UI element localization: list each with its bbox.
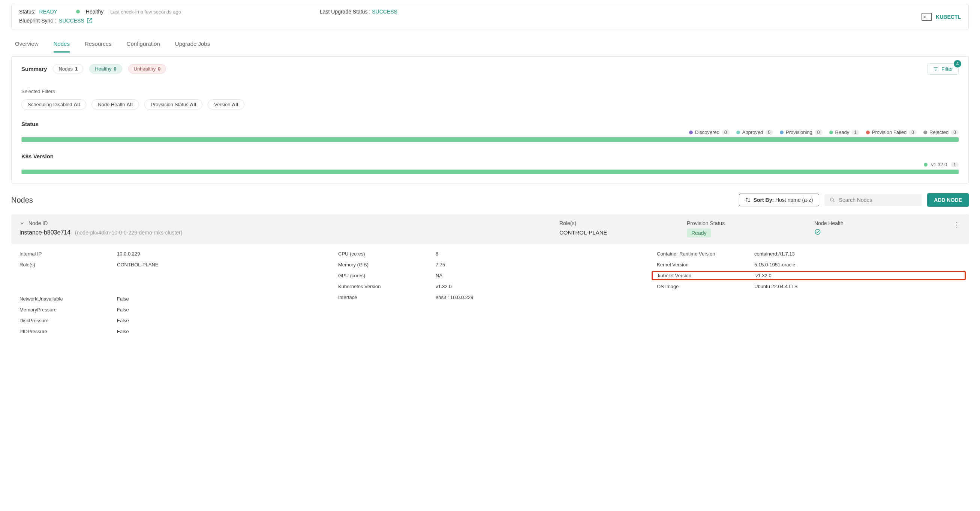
filter-count-badge: 4 — [954, 60, 961, 67]
legend-label: Provisioning — [786, 129, 812, 135]
chip-value: All — [190, 102, 196, 107]
legend-count: 0 — [909, 130, 916, 135]
kv-value: False — [117, 307, 129, 313]
search-nodes-input[interactable] — [839, 197, 917, 203]
legend-count: 0 — [815, 130, 822, 135]
last-upgrade-label: Last Upgrade Status : — [320, 9, 371, 14]
svg-point-0 — [830, 198, 834, 201]
kv-value: False — [117, 329, 129, 334]
chip-node-health[interactable]: Node HealthAll — [91, 99, 139, 110]
kv-value: 5.15.0-1051-oracle — [754, 262, 795, 268]
search-nodes-wrap[interactable] — [824, 194, 922, 206]
search-icon — [830, 197, 835, 203]
node-body: Internal IP10.0.0.229 Role(s)CONTROL-PLA… — [11, 244, 969, 337]
svg-point-1 — [815, 229, 820, 235]
chip-value: All — [126, 102, 133, 107]
kv-key: kubelet Version — [658, 273, 756, 278]
tab-overview[interactable]: Overview — [15, 40, 39, 53]
filter-button[interactable]: Filter 4 — [928, 64, 959, 75]
node-health-label: Node Health — [814, 220, 942, 226]
chip-label: Provsision Status — [151, 102, 188, 107]
summary-nodes-count: 1 — [75, 66, 78, 72]
kubectl-button[interactable]: >_ KUBECTL — [921, 13, 961, 21]
legend-count: 0 — [765, 130, 773, 135]
kv-key: Internal IP — [19, 251, 117, 257]
nodes-header: Nodes Sort By: Host name (a-z) ADD NODE — [11, 193, 969, 207]
chip-label: Version — [214, 102, 230, 107]
sort-icon — [745, 197, 751, 203]
dot-icon — [923, 131, 927, 134]
tab-upgrade-jobs[interactable]: Upgrade Jobs — [175, 40, 210, 53]
filter-chips-row: Scheduling DisabledAll Node HealthAll Pr… — [21, 99, 959, 110]
legend-count: 0 — [951, 130, 959, 135]
legend-label: Provision Failed — [872, 129, 907, 135]
roles-value: CONTROL-PLANE — [559, 229, 687, 236]
chip-label: Scheduling Disabled — [28, 102, 72, 107]
tab-configuration[interactable]: Configuration — [127, 40, 160, 53]
node-name: instance-b803e714 — [19, 229, 70, 236]
summary-unhealthy-pill[interactable]: Unhealthy 0 — [128, 64, 167, 73]
tab-nodes[interactable]: Nodes — [54, 40, 70, 53]
kv-key: MemoryPressure — [19, 307, 117, 313]
terminal-icon: >_ — [921, 13, 932, 21]
kv-key: DiskPressure — [19, 318, 117, 323]
kv-value: v1.32.0 — [436, 284, 452, 289]
legend-label: Rejected — [929, 129, 948, 135]
kv-value: 7.75 — [436, 262, 445, 268]
chevron-down-icon[interactable] — [19, 220, 25, 226]
sort-value: Host name (a-z) — [775, 197, 813, 203]
kv-value: v1.32.0 — [756, 273, 772, 278]
chip-version[interactable]: VersionAll — [208, 99, 245, 110]
status-value: READY — [39, 9, 57, 14]
last-upgrade-value: SUCCESS — [372, 9, 398, 14]
kv-key: Kernel Version — [657, 262, 754, 268]
external-link-icon[interactable] — [87, 18, 92, 24]
dot-icon — [829, 131, 833, 134]
sort-by-button[interactable]: Sort By: Host name (a-z) — [739, 193, 819, 206]
summary-unhealthy-label: Unhealthy — [134, 66, 156, 72]
kv-key: Container Runtime Version — [657, 251, 754, 257]
selected-filters-title: Selected Filters — [21, 89, 959, 94]
kv-value: Ubuntu 22.04.4 LTS — [754, 284, 797, 289]
header-card: Status: READY Healthy Last check-in a fe… — [11, 4, 969, 30]
node-subname: (node-pkv40kn-10-0-0-229-demo-mks-cluste… — [75, 230, 182, 236]
status-legend: Discovered0 Approved0 Provisioning0 Read… — [21, 129, 959, 135]
summary-nodes-pill[interactable]: Nodes 1 — [53, 64, 83, 73]
health-text: Healthy — [86, 9, 103, 14]
legend-count: 0 — [722, 130, 730, 135]
kv-key: Memory (GiB) — [338, 262, 436, 268]
kv-key: CPU (cores) — [338, 251, 436, 257]
blueprint-sync-label: Blueprint Sync : — [19, 18, 56, 24]
more-menu-icon[interactable]: ⋮ — [942, 220, 961, 229]
status-section-title: Status — [21, 121, 959, 127]
dot-icon — [924, 163, 928, 166]
kv-key: NetworkUnavailable — [19, 296, 117, 302]
legend-count: 1 — [951, 162, 959, 167]
status-label: Status: — [19, 9, 36, 14]
health-check-icon — [814, 228, 942, 235]
tab-resources[interactable]: Resources — [85, 40, 112, 53]
health-dot-icon — [76, 10, 80, 13]
k8s-legend: v1.32.0 1 — [21, 162, 959, 167]
kv-value: 10.0.0.229 — [117, 251, 140, 257]
dot-icon — [736, 131, 740, 134]
chip-scheduling-disabled[interactable]: Scheduling DisabledAll — [21, 99, 86, 110]
legend-label: v1.32.0 — [931, 162, 947, 167]
summary-title: Summary — [21, 65, 47, 72]
kv-key: PIDPressure — [19, 329, 117, 334]
kv-key: GPU (cores) — [338, 273, 436, 278]
kv-value: ens3 : 10.0.0.229 — [436, 294, 473, 300]
summary-healthy-pill[interactable]: Healthy 0 — [89, 64, 122, 73]
chip-label: Node Health — [98, 102, 125, 107]
kv-value: CONTROL-PLANE — [117, 262, 159, 268]
sort-label: Sort By: — [754, 197, 774, 203]
kv-value: 8 — [436, 251, 438, 257]
summary-nodes-label: Nodes — [59, 66, 73, 72]
kv-value: containerd://1.7.13 — [754, 251, 795, 257]
tabs-bar: Overview Nodes Resources Configuration U… — [11, 40, 969, 53]
chip-provision-status[interactable]: Provsision StatusAll — [144, 99, 202, 110]
k8s-bar — [21, 169, 959, 174]
checkin-text: Last check-in a few seconds ago — [110, 9, 181, 14]
add-node-button[interactable]: ADD NODE — [927, 193, 969, 207]
node-id-label: Node ID — [29, 220, 48, 226]
